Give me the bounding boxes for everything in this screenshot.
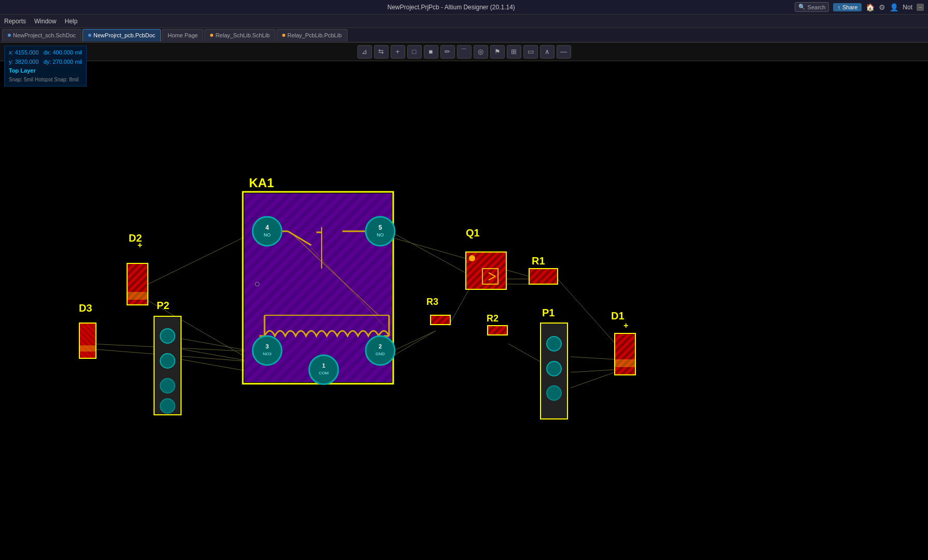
not-label: Not xyxy=(903,4,912,11)
settings-icon[interactable]: ⚙ xyxy=(879,3,885,11)
svg-rect-20 xyxy=(244,193,392,382)
dx-unit: mil xyxy=(75,49,82,55)
svg-text:3: 3 xyxy=(266,343,269,349)
svg-line-4 xyxy=(166,336,254,352)
tool-line[interactable]: — xyxy=(557,45,571,59)
tab-pcbLib[interactable]: Relay_PcbLib.PcbLib xyxy=(276,29,348,41)
account-icon[interactable]: 👤 xyxy=(890,3,898,11)
svg-point-65 xyxy=(160,354,175,368)
menu-reports[interactable]: Reports xyxy=(4,18,26,25)
dx-value: 400.000 xyxy=(52,49,73,55)
x-value: 4155.000 xyxy=(15,49,39,55)
tool-curve[interactable]: ⌒ xyxy=(457,45,472,59)
svg-text:+: + xyxy=(624,321,628,330)
svg-line-72 xyxy=(489,273,495,276)
svg-line-8 xyxy=(392,331,436,352)
tool-rect[interactable]: □ xyxy=(407,45,422,59)
tool-box[interactable]: ▭ xyxy=(523,45,538,59)
svg-line-3 xyxy=(91,344,254,352)
tool-add[interactable]: + xyxy=(391,45,405,59)
tool-filter[interactable]: ⊿ xyxy=(357,45,372,59)
tool-swap[interactable]: ⇆ xyxy=(374,45,389,59)
svg-point-35 xyxy=(253,217,282,246)
svg-point-67 xyxy=(160,399,175,413)
svg-rect-87 xyxy=(615,333,635,375)
tab-dot-pcblib xyxy=(282,34,285,37)
layer-name: Top Layer xyxy=(9,66,82,76)
svg-rect-79 xyxy=(488,326,507,335)
title-text: NewProject.PrjPcb - Altium Designer (20.… xyxy=(108,4,795,11)
svg-text:GND: GND xyxy=(376,352,385,356)
y-value: 3820.000 xyxy=(15,59,39,65)
coords-panel: x: 4155.000 dx: 400.000 mil y: 3820.000 … xyxy=(4,46,87,87)
coord-y: y: 3820.000 dy: 270.000 mil xyxy=(9,58,82,67)
svg-rect-53 xyxy=(127,263,148,305)
svg-line-13 xyxy=(508,344,550,367)
svg-point-84 xyxy=(547,386,561,400)
svg-rect-77 xyxy=(431,315,450,325)
home-icon[interactable]: 🏠 xyxy=(866,3,875,11)
tab-label-home: Home Page xyxy=(168,32,198,38)
svg-text:COM: COM xyxy=(319,371,329,375)
svg-line-28 xyxy=(290,232,379,315)
pcb-canvas[interactable]: 4 NO 5 NO 3 NO3 2 GND 1 COM KA1 D2 + xyxy=(0,61,928,560)
tool-grid[interactable]: ⊞ xyxy=(507,45,521,59)
svg-line-29 xyxy=(311,248,384,326)
y-label: y: xyxy=(9,59,13,65)
svg-text:R3: R3 xyxy=(426,297,438,307)
svg-rect-81 xyxy=(541,323,567,419)
search-icon: 🔍 xyxy=(798,4,806,10)
svg-rect-19 xyxy=(243,192,393,384)
svg-line-10 xyxy=(449,284,472,326)
svg-line-1 xyxy=(137,295,254,362)
tab-pcbDoc[interactable]: NewProjrct_pcb.PcbDoc xyxy=(82,29,161,41)
svg-text:R1: R1 xyxy=(532,255,545,267)
svg-text:2: 2 xyxy=(379,343,382,349)
minimize-button[interactable]: – xyxy=(917,4,924,11)
svg-point-38 xyxy=(366,217,395,246)
coord-x: x: 4155.000 dx: 400.000 mil xyxy=(9,48,82,58)
tab-dot-pcb xyxy=(88,34,91,37)
tool-angle[interactable]: ∧ xyxy=(540,45,555,59)
svg-point-66 xyxy=(160,379,175,393)
svg-line-2 xyxy=(91,349,254,362)
svg-text:NO3: NO3 xyxy=(263,352,272,356)
tool-target[interactable]: ◎ xyxy=(474,45,488,59)
svg-text:NO: NO xyxy=(377,232,384,237)
search-bar[interactable]: 🔍 Search xyxy=(795,2,829,12)
svg-rect-75 xyxy=(529,269,558,284)
svg-rect-69 xyxy=(466,252,506,289)
snap-info: Snap: 5mil Hotspot Snap: 8mil xyxy=(9,76,82,84)
svg-point-41 xyxy=(253,336,282,365)
tab-label-schlib: Relay_SchLib.SchLib xyxy=(215,32,270,38)
svg-point-89 xyxy=(255,282,259,286)
tab-label-pcblib: Relay_PcbLib.PcbLib xyxy=(287,32,342,38)
ratsnest-svg: 4 NO 5 NO 3 NO3 2 GND 1 COM KA1 D2 + xyxy=(0,61,928,560)
svg-line-6 xyxy=(166,357,254,372)
tab-schLib[interactable]: Relay_SchLib.SchLib xyxy=(204,29,275,41)
svg-line-15 xyxy=(571,370,615,372)
tab-homepage[interactable]: Home Page xyxy=(162,29,203,41)
tool-flag[interactable]: ⚑ xyxy=(490,45,505,59)
svg-rect-61 xyxy=(79,345,96,352)
svg-text:R2: R2 xyxy=(487,313,498,324)
svg-text:D1: D1 xyxy=(611,310,625,321)
svg-line-14 xyxy=(571,357,615,359)
tab-dot-sch xyxy=(8,34,11,37)
svg-line-18 xyxy=(392,237,529,276)
share-label: Share xyxy=(842,4,857,10)
svg-point-64 xyxy=(160,329,175,343)
tool-fill[interactable]: ■ xyxy=(424,45,438,59)
svg-text:P2: P2 xyxy=(157,300,169,311)
menu-help[interactable]: Help xyxy=(65,18,78,25)
titlebar-right: 🔍 Search ↑ Share 🏠 ⚙ 👤 Not – xyxy=(795,2,924,12)
tabsbar: NewProject_sch.SchDoc NewProjrct_pcb.Pcb… xyxy=(0,28,928,43)
x-label: x: xyxy=(9,49,13,55)
tool-pencil[interactable]: ✏ xyxy=(440,45,455,59)
svg-point-47 xyxy=(309,355,338,384)
svg-line-16 xyxy=(571,372,615,388)
tab-schDoc[interactable]: NewProject_sch.SchDoc xyxy=(2,29,81,41)
menu-window[interactable]: Window xyxy=(34,18,57,25)
svg-point-70 xyxy=(469,255,475,261)
share-button[interactable]: ↑ Share xyxy=(833,3,862,11)
